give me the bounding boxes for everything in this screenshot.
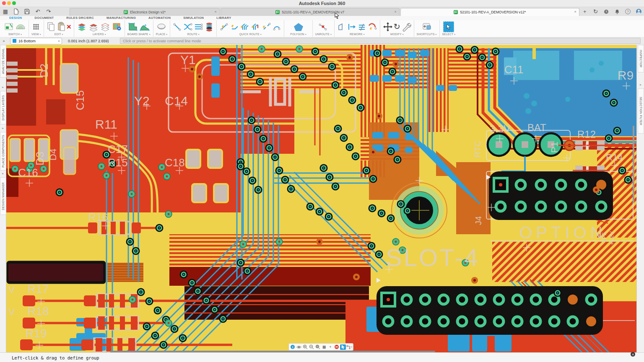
wrench-icon[interactable] — [401, 22, 411, 32]
file-menu-icon[interactable] — [11, 8, 22, 16]
polygon-icon[interactable] — [293, 22, 304, 32]
panel-tab-selection-filter[interactable]: SELECTION FILTER — [638, 88, 644, 134]
label-3v3: 3.3V — [490, 123, 510, 134]
route-differential-icon[interactable] — [183, 22, 193, 31]
vertical-scrollbar[interactable] — [633, 126, 634, 203]
toolbar-group-polygon: POLYGON ▾ — [284, 20, 313, 37]
rework-curve-icon[interactable] — [367, 22, 377, 31]
status-message: Left-click & drag to define group — [12, 355, 99, 360]
toolbar-group-edit: × EDIT ▾ — [44, 20, 74, 37]
layer-dropdown[interactable]: 16 Bottom ▾ — [10, 38, 62, 44]
shortcuts-panel-icon[interactable] — [421, 22, 432, 32]
label-option: OPTION — [519, 223, 606, 242]
switch-schematic-icon[interactable] — [4, 22, 14, 31]
tab-close-icon[interactable]: × — [215, 10, 217, 14]
label-d3: D3 — [34, 152, 46, 165]
zoom-fit-icon[interactable] — [315, 344, 321, 350]
quick-route-break-icon[interactable] — [262, 22, 271, 31]
place-component-icon[interactable] — [156, 22, 167, 31]
label-y2: Y2 — [134, 94, 150, 108]
rework-shape-icon[interactable] — [337, 22, 346, 31]
quick-route-bus-icon[interactable] — [240, 22, 250, 31]
layers-stack-icon[interactable] — [77, 22, 88, 32]
select-tool-icon[interactable] — [443, 21, 454, 32]
label-c17: C17 — [108, 143, 128, 155]
paste-icon[interactable] — [57, 22, 66, 32]
panel-tab-display-layers[interactable]: DISPLAY LAYERS — [0, 91, 6, 124]
panel-tab-place-components[interactable]: PLACE COMPONENTS — [0, 132, 6, 171]
menu-design[interactable]: DESIGN — [9, 16, 22, 20]
tab-close-icon[interactable]: × — [395, 10, 397, 14]
label-r12: R12 — [577, 129, 596, 140]
rework-extend-icon[interactable] — [347, 22, 356, 31]
menu-manufacturing[interactable]: MANUFACTURING — [106, 16, 136, 20]
quick-route-loop-icon[interactable] — [272, 22, 281, 31]
expand-panel-icon[interactable]: » — [0, 127, 5, 130]
toolbar-group-route: ROUTE ▾ — [170, 20, 217, 37]
move-icon[interactable] — [383, 22, 393, 32]
info-icon[interactable]: i — [290, 344, 296, 350]
expand-panel-icon[interactable]: » — [0, 172, 5, 175]
zoom-in-icon[interactable] — [302, 344, 308, 350]
copy-icon[interactable] — [47, 22, 56, 32]
pcb-doc-icon — [454, 10, 458, 14]
pcb-canvas[interactable]: Y1 Y2 C14 R11 C17 R15 C18 D2 D3 D4 C15 C… — [6, 45, 637, 352]
board-outline-icon[interactable] — [127, 22, 138, 32]
crosshair-icon[interactable]: + — [327, 344, 333, 350]
delete-icon[interactable]: × — [67, 23, 71, 31]
board-spline-icon[interactable] — [139, 22, 150, 32]
menu-rules-drc-erc[interactable]: RULES DRC/ERC — [66, 16, 94, 20]
horizontal-scrollbar[interactable] — [110, 351, 435, 352]
label-r11: R11 — [95, 117, 117, 131]
label-r14: R14 — [606, 152, 623, 163]
collapse-panel-icon[interactable]: « — [638, 83, 643, 86]
grid-view-icon[interactable] — [31, 22, 41, 31]
panel-tab-analyze-signal[interactable]: ANALYZE SIGNAL — [0, 45, 6, 78]
document-tab-2[interactable]: 52101-101-REV-A_DEMOVERSION v7 × — [221, 8, 400, 16]
tab-close-icon[interactable]: × — [574, 10, 576, 14]
quick-route-corner-icon[interactable] — [230, 22, 239, 31]
expand-panel-icon[interactable]: » — [0, 86, 5, 89]
panel-tab-design-manager[interactable]: DESIGN MANAGER — [0, 177, 6, 215]
document-tab-1[interactable]: Electronics Design v2* × — [70, 8, 220, 16]
route-fanout-icon[interactable] — [194, 22, 204, 31]
label-slot4: SLOT-4 — [386, 244, 480, 271]
recent-clock-icon[interactable] — [601, 8, 612, 16]
command-line-input[interactable] — [120, 38, 641, 44]
zoom-out-icon[interactable] — [309, 344, 314, 350]
quick-route-single-icon[interactable] — [219, 22, 229, 31]
sync-icon[interactable]: ↻ — [590, 8, 601, 16]
layers-flat-icon[interactable] — [88, 22, 99, 32]
mouse-cursor — [335, 12, 340, 21]
save-icon[interactable] — [21, 8, 32, 16]
menu-automation[interactable]: AUTOMATION — [148, 16, 171, 20]
user-avatar[interactable] — [633, 8, 644, 16]
disable-icon[interactable] — [334, 344, 340, 350]
visibility-eye-icon[interactable] — [296, 344, 302, 350]
panel-tab-inspector[interactable]: INSPECTOR — [638, 45, 644, 72]
undo-icon[interactable]: ↶ — [32, 8, 43, 16]
select-mode-icon[interactable] — [340, 344, 346, 350]
layer-settings-icon[interactable] — [112, 22, 122, 32]
app-grid-icon[interactable]: ▦ — [0, 8, 11, 16]
menu-simulation[interactable]: SIMULATION — [183, 16, 204, 20]
via-stack-icon[interactable] — [205, 22, 214, 32]
new-tab-button[interactable]: + — [579, 8, 590, 16]
bend-style-icon[interactable] — [346, 344, 352, 350]
menu-document[interactable]: DOCUMENT — [35, 16, 54, 20]
canvas-mini-toolbar: i ▦ + — [288, 343, 353, 351]
document-tab-3-active[interactable]: 52101-101-REV-A_DEMOVERSION v12* × — [400, 8, 579, 16]
help-icon[interactable]: ? — [623, 8, 634, 16]
expand-toolbar-icon[interactable]: » — [0, 39, 8, 43]
menu-library[interactable]: LIBRARY — [216, 16, 231, 20]
layers-outline-icon[interactable] — [100, 22, 111, 32]
route-manual-icon[interactable] — [173, 22, 182, 31]
rework-meander-icon[interactable] — [357, 22, 366, 31]
quick-route-partial-icon[interactable] — [251, 22, 261, 31]
notifications-bell-icon[interactable] — [612, 8, 623, 16]
redo-icon[interactable]: ↷ — [43, 8, 54, 16]
unroute-icon[interactable] — [318, 22, 328, 31]
switch-board-icon[interactable] — [15, 22, 26, 31]
rotate-icon[interactable]: ↻ — [394, 22, 400, 31]
grid-toggle-icon[interactable]: ▦ — [321, 344, 327, 350]
